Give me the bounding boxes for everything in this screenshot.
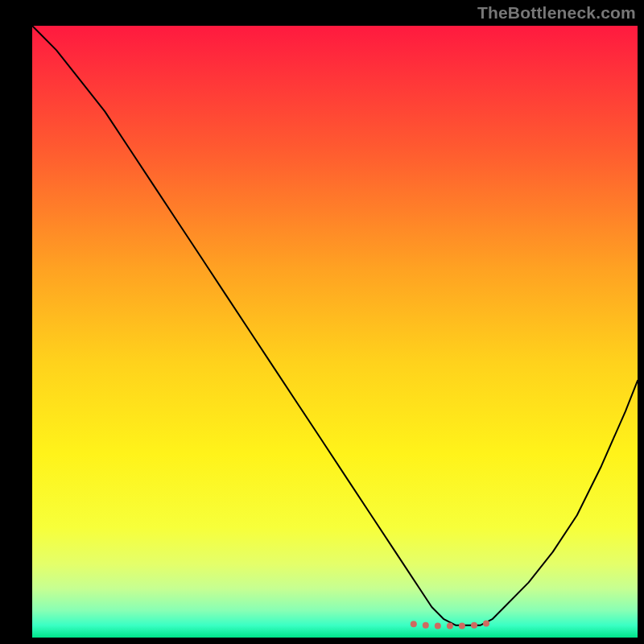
watermark-text: TheBottleneck.com bbox=[477, 3, 636, 23]
optimal-point bbox=[423, 622, 429, 629]
bottleneck-chart bbox=[0, 0, 644, 644]
gradient-background bbox=[32, 26, 638, 638]
optimal-point bbox=[411, 621, 417, 627]
optimal-point bbox=[447, 623, 453, 630]
optimal-point bbox=[471, 622, 477, 629]
optimal-point bbox=[483, 621, 489, 627]
optimal-point bbox=[435, 623, 441, 630]
optimal-point bbox=[459, 623, 465, 630]
